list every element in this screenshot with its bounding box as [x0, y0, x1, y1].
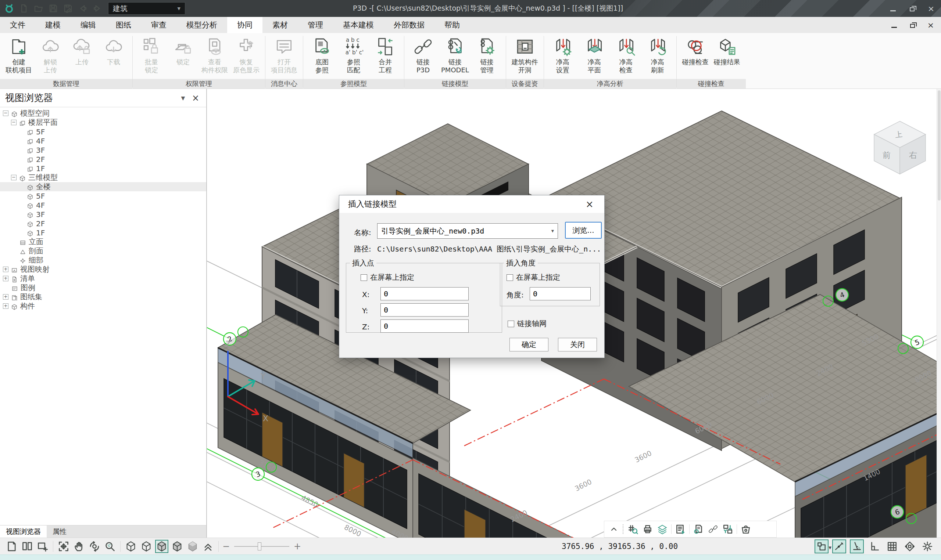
tree-item-plan-1f[interactable]: 1F	[0, 164, 206, 173]
tree-item-3d-2f[interactable]: 2F	[0, 219, 206, 228]
tab-properties[interactable]: 属性	[47, 526, 73, 538]
checkbox-icon[interactable]	[508, 321, 514, 327]
expand-styles-icon[interactable]	[201, 540, 214, 553]
tab-management[interactable]: 管理	[298, 17, 333, 33]
model-name-combo[interactable]: 引导实例_会展中心_new0.p3d ▼	[377, 223, 558, 239]
panel-dropdown-icon[interactable]: ▼	[177, 95, 189, 101]
checkbox-icon[interactable]	[506, 274, 513, 281]
save-as-icon[interactable]	[62, 3, 74, 14]
tree-item-3d-4f[interactable]: 4F	[0, 200, 206, 210]
new-view-icon[interactable]	[5, 540, 19, 553]
tree-item-3d-1f[interactable]: 1F	[0, 228, 206, 237]
download-button[interactable]: 下载	[99, 35, 129, 66]
tree-item-3d-5f[interactable]: 5F	[0, 191, 206, 200]
collision-check-button[interactable]: 碰撞检查	[680, 35, 711, 66]
dynamic-ucs-toggle[interactable]	[903, 540, 917, 553]
open-file-icon[interactable]	[33, 3, 44, 14]
unlock-upload-button[interactable]: 解锁上传	[35, 35, 65, 74]
shaded-edges-style-icon[interactable]	[171, 540, 184, 553]
tree-item-plan-5f[interactable]: 5F	[0, 127, 206, 136]
clearance-plane-button[interactable]: 净高平面	[579, 35, 609, 74]
tree-item-sheet-sets[interactable]: +图纸集	[0, 292, 206, 302]
checkbox-icon[interactable]	[361, 274, 367, 281]
tree-item-floor-plans[interactable]: −楼层平面	[0, 118, 206, 127]
angle-snap-toggle[interactable]	[850, 540, 864, 553]
collapse-icon[interactable]: −	[11, 120, 17, 125]
tab-edit[interactable]: 编辑	[71, 17, 106, 33]
tab-file[interactable]: 文件	[0, 17, 35, 33]
doc-reference-icon[interactable]	[693, 523, 704, 535]
minimize-button[interactable]	[888, 4, 898, 13]
link-icon[interactable]	[707, 523, 719, 535]
merge-project-button[interactable]: 合并工程	[370, 35, 400, 74]
basket-icon[interactable]	[740, 523, 752, 535]
expand-icon[interactable]: +	[3, 303, 8, 309]
layers-icon[interactable]	[657, 523, 668, 535]
zoom-extents-icon[interactable]	[57, 540, 70, 553]
tile-windows-icon[interactable]	[21, 540, 34, 553]
wireframe-style-icon[interactable]	[124, 540, 137, 553]
zoom-slider[interactable]: − +	[222, 541, 301, 552]
tab-model-analysis[interactable]: 模型分析	[176, 17, 227, 33]
tree-item-schedules[interactable]: +清单	[0, 274, 206, 283]
tree-item-details[interactable]: 细部	[0, 255, 206, 265]
tree-item-view-mapping[interactable]: +视图映射	[0, 265, 206, 274]
clearance-settings-button[interactable]: 净高设置	[548, 35, 578, 74]
doc-transfer-icon[interactable]	[722, 523, 734, 535]
view-permissions-button[interactable]: 查看构件权限	[200, 35, 230, 74]
toolbar-drag-handle[interactable]	[623, 525, 624, 534]
tree-item-plan-4f[interactable]: 4F	[0, 136, 206, 145]
doc-restore-button[interactable]	[908, 20, 917, 30]
link-p3d-button[interactable]: 链接P3D	[408, 35, 438, 74]
tab-basic-modeling[interactable]: 基本建模	[333, 17, 384, 33]
expand-icon[interactable]: +	[3, 294, 8, 300]
insert-point-onscreen-checkbox[interactable]: 在屏幕上指定	[361, 272, 414, 282]
hidden-line-style-icon[interactable]	[140, 540, 153, 553]
tab-materials[interactable]: 素材	[262, 17, 298, 33]
lock-discipline-button[interactable]: 锁定	[168, 35, 198, 66]
x-input[interactable]	[381, 287, 469, 300]
browse-button[interactable]: 浏览...	[565, 222, 602, 239]
tree-item-plan-2f[interactable]: 2F	[0, 155, 206, 164]
angle-input[interactable]	[530, 287, 591, 300]
viewport-scrollbar[interactable]	[936, 89, 941, 538]
object-snap-toggle[interactable]: ▼	[815, 540, 828, 553]
tab-review[interactable]: 审查	[141, 17, 176, 33]
expand-icon[interactable]: +	[3, 276, 8, 281]
zoom-out-icon[interactable]: −	[222, 541, 230, 552]
create-online-project-button[interactable]: 创建联机项目	[4, 35, 34, 74]
y-input[interactable]	[381, 303, 469, 317]
zoom-slider-thumb[interactable]	[258, 542, 261, 551]
clearance-refresh-button[interactable]: 净高刷新	[643, 35, 673, 74]
panel-close-icon[interactable]: ×	[190, 93, 201, 103]
grid-zoom-icon[interactable]	[627, 523, 639, 535]
tree-item-components[interactable]: +构件	[0, 302, 206, 311]
grid-toggle[interactable]	[885, 540, 899, 553]
tree-item-3d-3f[interactable]: 3F	[0, 210, 206, 219]
tab-collaboration[interactable]: 协同	[227, 17, 262, 33]
collapse-toolbar-icon[interactable]	[608, 523, 620, 535]
tree-item-3d-models[interactable]: −三维模型	[0, 173, 206, 182]
tree-item-plan-3f[interactable]: 3F	[0, 145, 206, 155]
orbit-icon[interactable]	[88, 540, 101, 553]
tab-sheets[interactable]: 图纸	[106, 17, 141, 33]
polar-tracking-toggle[interactable]	[832, 540, 846, 553]
zoom-in-icon[interactable]: +	[294, 541, 301, 552]
tree-item-sections[interactable]: 剖面	[0, 246, 206, 255]
realistic-style-icon[interactable]	[186, 540, 199, 553]
z-input[interactable]	[381, 320, 469, 333]
collision-result-button[interactable]: 碰撞结果	[712, 35, 742, 66]
workset-dropdown[interactable]: 建筑 ▼	[108, 2, 185, 15]
zoom-icon[interactable]	[103, 540, 117, 553]
plot-icon[interactable]	[642, 523, 654, 535]
view-cube[interactable]: 上 前 右	[874, 121, 926, 174]
doc-minimize-button[interactable]	[890, 20, 898, 30]
snap-dropdown-icon[interactable]: ▼	[828, 546, 831, 550]
clearance-check-button[interactable]: 净高检查	[611, 35, 641, 74]
collapse-icon[interactable]: −	[3, 111, 8, 116]
new-file-icon[interactable]	[19, 3, 29, 14]
batch-lock-button[interactable]: 批量锁定	[136, 35, 167, 74]
close-button[interactable]: ×	[926, 4, 936, 13]
save-icon[interactable]	[48, 3, 59, 14]
tree-item-elevations[interactable]: 立面	[0, 237, 206, 246]
